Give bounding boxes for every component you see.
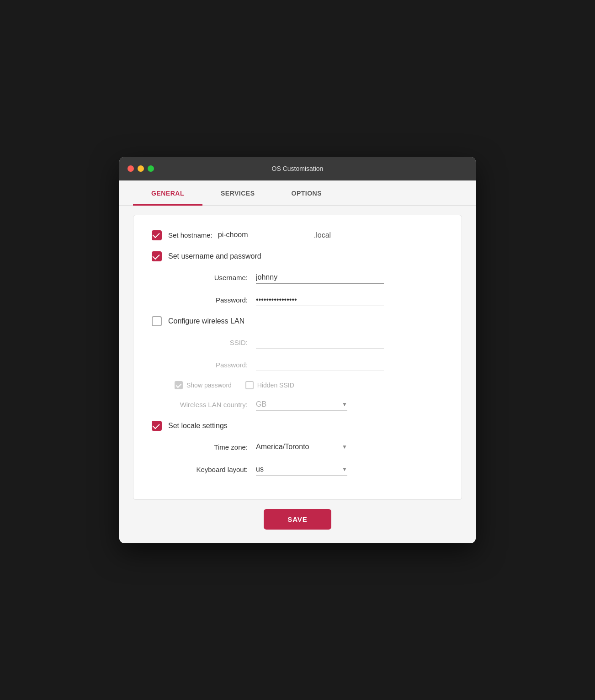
save-row: SAVE (119, 509, 476, 530)
ssid-label: SSID: (175, 339, 248, 346)
titlebar: OS Customisation (119, 157, 476, 180)
tab-bar: GENERAL SERVICES OPTIONS (119, 180, 476, 206)
credentials-checkbox[interactable] (152, 251, 162, 261)
tab-options[interactable]: OPTIONS (273, 180, 340, 206)
hidden-ssid-checkbox[interactable] (245, 381, 254, 389)
country-dropdown-arrow: ▼ (342, 401, 347, 408)
timezone-dropdown-arrow: ▼ (342, 444, 347, 450)
keyboard-row: Keyboard layout: us ▼ (152, 463, 443, 476)
show-password-checkbox[interactable] (175, 381, 183, 389)
inline-options-row: Show password Hidden SSID (152, 381, 443, 389)
maximize-button[interactable] (148, 165, 154, 172)
hidden-ssid-label: Hidden SSID (257, 382, 294, 389)
password-row: Password: (152, 294, 443, 306)
keyboard-label: Keyboard layout: (175, 466, 248, 473)
show-password-label: Show password (186, 382, 232, 389)
main-content: GENERAL SERVICES OPTIONS Set hostname: .… (119, 180, 476, 543)
keyboard-dropdown[interactable]: us ▼ (256, 463, 347, 476)
country-dropdown[interactable]: GB ▼ (256, 398, 347, 411)
locale-label: Set locale settings (168, 422, 228, 430)
wifi-password-input[interactable] (256, 359, 384, 371)
ssid-input[interactable] (256, 336, 384, 349)
country-label: Wireless LAN country: (175, 401, 248, 408)
show-password-item: Show password (175, 381, 232, 389)
settings-panel: Set hostname: .local Set username and pa… (133, 215, 462, 500)
username-label: Username: (175, 274, 248, 281)
timezone-row: Time zone: America/Toronto ▼ (152, 441, 443, 453)
timezone-label: Time zone: (175, 443, 248, 451)
wireless-label: Configure wireless LAN (168, 317, 244, 325)
hidden-ssid-item: Hidden SSID (245, 381, 294, 389)
locale-checkbox[interactable] (152, 421, 162, 431)
hostname-checkbox-wrap: Set hostname: (152, 230, 218, 240)
wireless-checkbox[interactable] (152, 316, 162, 326)
keyboard-value: us (256, 465, 342, 473)
tab-general[interactable]: GENERAL (133, 180, 202, 206)
timezone-dropdown[interactable]: America/Toronto ▼ (256, 441, 347, 453)
wifi-password-label: Password: (175, 361, 248, 369)
keyboard-dropdown-arrow: ▼ (342, 466, 347, 472)
save-button[interactable]: SAVE (264, 509, 331, 530)
country-row: Wireless LAN country: GB ▼ (152, 398, 443, 411)
username-row: Username: (152, 271, 443, 284)
hostname-label: Set hostname: (168, 231, 212, 239)
timezone-value: America/Toronto (256, 443, 342, 451)
minimize-button[interactable] (138, 165, 144, 172)
window-controls (128, 165, 154, 172)
username-input[interactable] (256, 271, 384, 284)
hostname-suffix: .local (314, 231, 331, 239)
credentials-label: Set username and password (168, 252, 261, 260)
tab-services[interactable]: SERVICES (202, 180, 273, 206)
wifi-password-row: Password: (152, 359, 443, 371)
wireless-checkbox-row: Configure wireless LAN (152, 316, 443, 326)
close-button[interactable] (128, 165, 134, 172)
window-title: OS Customisation (272, 165, 324, 172)
credentials-checkbox-row: Set username and password (152, 251, 443, 261)
hostname-checkbox[interactable] (152, 230, 162, 240)
app-window: OS Customisation GENERAL SERVICES OPTION… (119, 157, 476, 543)
locale-checkbox-row: Set locale settings (152, 421, 443, 431)
hostname-input-row: .local (218, 229, 331, 241)
hostname-input[interactable] (218, 229, 309, 241)
hostname-row: Set hostname: .local (152, 229, 443, 241)
password-input[interactable] (256, 294, 384, 306)
password-label: Password: (175, 296, 248, 304)
country-value: GB (256, 400, 342, 408)
ssid-row: SSID: (152, 336, 443, 349)
